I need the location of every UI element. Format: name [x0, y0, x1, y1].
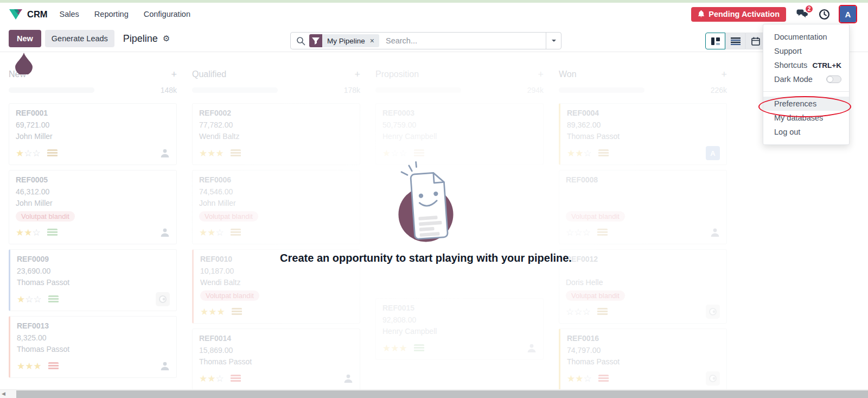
menu-configuration[interactable]: Configuration — [144, 10, 190, 18]
activities-button[interactable] — [819, 9, 830, 20]
priority-stars[interactable]: ☆☆☆ — [566, 227, 591, 238]
star-empty-icon[interactable]: ☆ — [33, 148, 41, 159]
priority-stars[interactable]: ☆☆☆ — [566, 306, 591, 317]
star-filled-icon[interactable]: ★ — [207, 148, 215, 159]
user-avatar-button[interactable]: A — [840, 6, 856, 22]
priority-stars[interactable]: ★★★ — [200, 306, 225, 317]
star-filled-icon[interactable]: ★ — [17, 361, 25, 371]
add-record-icon[interactable]: + — [171, 70, 177, 79]
assignee-avatar[interactable] — [343, 374, 353, 383]
kanban-view-button[interactable] — [705, 33, 725, 49]
opportunity-card[interactable]: REF0001 69,721.00 John Miller ★☆☆ — [9, 103, 177, 165]
star-filled-icon[interactable]: ★ — [16, 227, 24, 238]
menu-sales[interactable]: Sales — [60, 10, 79, 18]
opportunity-card[interactable]: REF0009 23,690.00 Thomas Passot ★☆☆ — [9, 249, 177, 311]
star-filled-icon[interactable]: ★ — [382, 343, 391, 353]
activity-list-icon[interactable] — [48, 295, 59, 303]
scrollbar-thumb[interactable] — [16, 390, 868, 398]
priority-stars[interactable]: ★★★ — [382, 343, 407, 353]
star-empty-icon[interactable]: ☆ — [216, 227, 224, 238]
activity-list-icon[interactable] — [414, 149, 424, 157]
priority-stars[interactable]: ★☆☆ — [16, 148, 41, 159]
activity-list-icon[interactable] — [231, 229, 241, 236]
activity-list-icon[interactable] — [414, 344, 424, 352]
priority-stars[interactable]: ★★☆ — [567, 373, 592, 384]
star-filled-icon[interactable]: ★ — [208, 306, 216, 317]
star-filled-icon[interactable]: ★ — [399, 343, 407, 353]
horizontal-scrollbar[interactable]: ◀ — [0, 389, 868, 398]
priority-stars[interactable]: ★★☆ — [16, 227, 41, 238]
star-filled-icon[interactable]: ★ — [207, 227, 215, 238]
priority-stars[interactable]: ★★★ — [199, 148, 224, 159]
assignee-avatar[interactable]: A — [706, 146, 720, 160]
add-record-icon[interactable]: + — [538, 70, 544, 79]
opportunity-card[interactable]: REF0002 77,782.00 Wendi Baltz ★★★ — [192, 103, 360, 165]
new-button[interactable]: New — [9, 30, 41, 47]
star-empty-icon[interactable]: ☆ — [583, 227, 591, 238]
priority-stars[interactable]: ★☆☆ — [17, 294, 42, 305]
priority-stars[interactable]: ★☆☆ — [382, 148, 407, 159]
menu-item-preferences[interactable]: Preferences — [763, 97, 849, 111]
column-progressbar[interactable] — [192, 87, 278, 93]
list-view-button[interactable] — [725, 33, 745, 49]
assignee-avatar[interactable] — [156, 292, 170, 306]
star-filled-icon[interactable]: ★ — [199, 373, 207, 384]
menu-item-log-out[interactable]: Log out — [763, 125, 849, 139]
activity-list-icon[interactable] — [48, 362, 59, 370]
activity-list-icon[interactable] — [597, 229, 608, 236]
star-filled-icon[interactable]: ★ — [24, 227, 32, 238]
activity-list-icon[interactable] — [47, 229, 58, 236]
search-dropdown-toggle[interactable] — [546, 33, 561, 49]
star-empty-icon[interactable]: ☆ — [574, 227, 582, 238]
menu-reporting[interactable]: Reporting — [94, 10, 129, 18]
activity-list-icon[interactable] — [231, 149, 241, 157]
column-progressbar[interactable] — [9, 87, 94, 93]
star-filled-icon[interactable]: ★ — [217, 306, 225, 317]
star-empty-icon[interactable]: ☆ — [566, 306, 574, 317]
star-filled-icon[interactable]: ★ — [391, 343, 399, 353]
add-record-icon[interactable]: + — [354, 70, 360, 79]
add-record-icon[interactable]: + — [721, 70, 727, 79]
star-filled-icon[interactable]: ★ — [16, 148, 24, 159]
priority-stars[interactable]: ★★★ — [17, 361, 42, 371]
star-filled-icon[interactable]: ★ — [567, 148, 575, 159]
activity-list-icon[interactable] — [232, 308, 242, 315]
star-empty-icon[interactable]: ☆ — [216, 373, 224, 384]
pending-activation-button[interactable]: Pending Activation — [691, 7, 786, 22]
star-filled-icon[interactable]: ★ — [567, 373, 575, 384]
star-filled-icon[interactable]: ★ — [25, 361, 33, 371]
opportunity-card[interactable]: REF0006 74,546.00 John Miller Volutpat b… — [192, 170, 360, 244]
menu-item-shortcuts[interactable]: Shortcuts CTRL+K — [763, 58, 849, 72]
star-filled-icon[interactable]: ★ — [17, 294, 25, 305]
activity-list-icon[interactable] — [47, 149, 58, 157]
generate-leads-button[interactable]: Generate Leads — [45, 30, 114, 47]
opportunity-card[interactable]: REF0015 92,808.00 Henry Campbell ★★★ — [375, 298, 544, 360]
star-filled-icon[interactable]: ★ — [207, 373, 215, 384]
opportunity-card[interactable]: REF0008 Volutpat blandit ☆☆☆ — [559, 170, 727, 244]
remove-facet-icon[interactable]: × — [370, 37, 374, 45]
star-filled-icon[interactable]: ★ — [382, 148, 391, 159]
star-filled-icon[interactable]: ★ — [575, 373, 583, 384]
menu-item-support[interactable]: Support — [763, 44, 849, 58]
menu-item-my-databases[interactable]: My databases — [763, 111, 849, 125]
activity-list-icon[interactable] — [597, 308, 608, 315]
star-empty-icon[interactable]: ☆ — [24, 148, 32, 159]
assignee-avatar[interactable] — [706, 305, 720, 319]
star-filled-icon[interactable]: ★ — [34, 361, 42, 371]
star-empty-icon[interactable]: ☆ — [584, 373, 592, 384]
priority-stars[interactable]: ★★☆ — [199, 227, 224, 238]
priority-stars[interactable]: ★★☆ — [567, 148, 592, 159]
priority-stars[interactable]: ★★☆ — [199, 373, 224, 384]
dark-mode-toggle[interactable] — [826, 75, 841, 83]
opportunity-card[interactable]: REF0014 15,869.00 Thomas Passot ★★☆ — [192, 328, 360, 389]
menu-item-documentation[interactable]: Documentation — [763, 30, 849, 44]
star-empty-icon[interactable]: ☆ — [566, 227, 574, 238]
star-empty-icon[interactable]: ☆ — [34, 294, 42, 305]
star-filled-icon[interactable]: ★ — [199, 227, 207, 238]
assignee-avatar[interactable] — [160, 148, 170, 158]
column-progressbar[interactable] — [559, 87, 644, 93]
search-bar[interactable]: My Pipeline × — [290, 32, 561, 49]
star-empty-icon[interactable]: ☆ — [583, 306, 591, 317]
star-filled-icon[interactable]: ★ — [575, 148, 583, 159]
opportunity-card[interactable]: REF0016 74,797.00 Thomas Passot ★★☆ — [559, 328, 727, 389]
